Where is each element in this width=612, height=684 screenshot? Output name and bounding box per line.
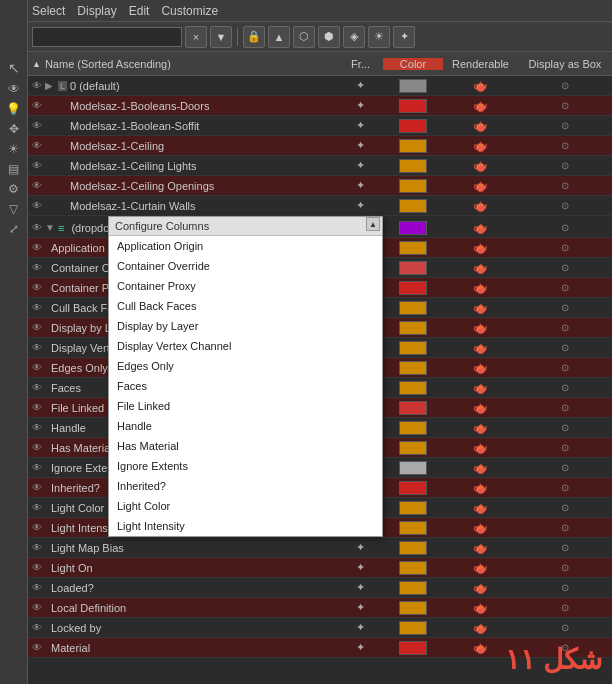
search-input[interactable] [32,27,182,47]
row-color[interactable] [383,179,443,193]
row-display-box[interactable]: ⊙ [518,542,612,553]
table-row[interactable]: 👁 Locked by ✦ 🫖 ⊙ [28,618,612,638]
row-color[interactable] [383,461,443,475]
row-renderable[interactable]: 🫖 [443,401,518,415]
eye-icon[interactable]: 👁 [32,582,42,593]
row-display-box[interactable]: ⊙ [518,120,612,131]
row-display-box[interactable]: ⊙ [518,482,612,493]
row-display-box[interactable]: ⊙ [518,402,612,413]
row-display-box[interactable]: ⊙ [518,362,612,373]
eye-icon[interactable]: 👁 [32,80,42,91]
row-color[interactable] [383,99,443,113]
move-icon[interactable]: ⤢ [9,222,19,236]
eye-icon[interactable]: 👁 [32,442,42,453]
eye-icon[interactable]: 👁 [32,422,42,433]
dropdown-item-app-origin[interactable]: Application Origin [109,236,382,256]
sun-icon[interactable]: ☀ [8,142,19,156]
row-renderable[interactable]: 🫖 [443,581,518,595]
menu-edit[interactable]: Edit [129,4,150,18]
dropdown-item-file-linked[interactable]: File Linked [109,396,382,416]
row-display-box[interactable]: ⊙ [518,322,612,333]
dropdown-item-has-material[interactable]: Has Material [109,436,382,456]
cursor-icon[interactable]: ✥ [9,122,19,136]
row-color[interactable] [383,321,443,335]
header-name[interactable]: ▲ Name (Sorted Ascending) [28,58,338,70]
row-renderable[interactable]: 🫖 [443,221,518,235]
row-renderable[interactable]: 🫖 [443,139,518,153]
row-renderable[interactable]: 🫖 [443,461,518,475]
row-renderable[interactable]: 🫖 [443,179,518,193]
dropdown-item-display-by-layer[interactable]: Display by Layer [109,316,382,336]
row-color[interactable] [383,601,443,615]
row-display-box[interactable]: ⊙ [518,462,612,473]
eye-icon[interactable]: 👁 [32,522,42,533]
row-renderable[interactable]: 🫖 [443,99,518,113]
table-row[interactable]: 👁 Modelsaz-1-Curtain Walls ✦ 🫖 ⊙ [28,196,612,216]
row-renderable[interactable]: 🫖 [443,321,518,335]
header-color[interactable]: Color [383,58,443,70]
row-color[interactable] [383,119,443,133]
row-renderable[interactable]: 🫖 [443,421,518,435]
eye-panel-icon[interactable]: 👁 [8,82,20,96]
table-row[interactable]: 👁 Modelsaz-1-Ceiling ✦ 🫖 ⊙ [28,136,612,156]
row-display-box[interactable]: ⊙ [518,80,612,91]
eye-icon[interactable]: 👁 [32,100,42,111]
row-renderable[interactable]: 🫖 [443,361,518,375]
row-renderable[interactable]: 🫖 [443,281,518,295]
row-color[interactable] [383,139,443,153]
eye-icon[interactable]: 👁 [32,200,42,211]
row-renderable[interactable]: 🫖 [443,621,518,635]
row-color[interactable] [383,159,443,173]
eye-icon[interactable]: 👁 [32,362,42,373]
row-display-box[interactable]: ⊙ [518,160,612,171]
eye-icon[interactable]: 👁 [32,180,42,191]
row-renderable[interactable]: 🫖 [443,241,518,255]
table-row[interactable]: 👁 Modelsaz-1-Boolean-Soffit ✦ 🫖 ⊙ [28,116,612,136]
hex-button[interactable]: ⬡ [293,26,315,48]
row-display-box[interactable]: ⊙ [518,100,612,111]
row-color[interactable] [383,281,443,295]
row-renderable[interactable]: 🫖 [443,79,518,93]
row-color[interactable] [383,199,443,213]
row-color[interactable] [383,241,443,255]
row-display-box[interactable]: ⊙ [518,602,612,613]
row-color[interactable] [383,401,443,415]
row-display-box[interactable]: ⊙ [518,262,612,273]
row-renderable[interactable]: 🫖 [443,381,518,395]
row-color[interactable] [383,361,443,375]
row-renderable[interactable]: 🫖 [443,119,518,133]
row-display-box[interactable]: ⊙ [518,502,612,513]
row-display-box[interactable]: ⊙ [518,622,612,633]
up-button[interactable]: ▲ [268,26,290,48]
row-renderable[interactable]: 🫖 [443,601,518,615]
row-color[interactable] [383,541,443,555]
header-renderable[interactable]: Renderable [443,58,518,70]
table-row[interactable]: 👁 Modelsaz-1-Booleans-Doors ✦ 🫖 ⊙ [28,96,612,116]
eye-icon[interactable]: 👁 [32,282,42,293]
row-display-box[interactable]: ⊙ [518,200,612,211]
header-fr[interactable]: Fr... [338,58,383,70]
row-color[interactable] [383,581,443,595]
row-color[interactable] [383,441,443,455]
sun2-button[interactable]: ☀ [368,26,390,48]
layers-icon[interactable]: ▤ [8,162,19,176]
row-display-box[interactable]: ⊙ [518,342,612,353]
eye-icon[interactable]: 👁 [32,562,42,573]
table-row[interactable]: 👁 Light On ✦ 🫖 ⊙ [28,558,612,578]
row-color[interactable] [383,641,443,655]
row-renderable[interactable]: 🫖 [443,159,518,173]
bulb-icon[interactable]: 💡 [6,102,21,116]
row-display-box[interactable]: ⊙ [518,242,612,253]
dropdown-item-container-override[interactable]: Container Override [109,256,382,276]
row-renderable[interactable]: 🫖 [443,541,518,555]
eye-icon[interactable]: 👁 [32,462,42,473]
row-renderable[interactable]: 🫖 [443,481,518,495]
row-display-box[interactable]: ⊙ [518,302,612,313]
table-row[interactable]: 👁 Local Definition ✦ 🫖 ⊙ [28,598,612,618]
row-color[interactable] [383,221,443,235]
table-row[interactable]: 👁 ▶ L 0 (default) ✦ 🫖 ⊙ [28,76,612,96]
star-button[interactable]: ✦ [393,26,415,48]
header-display-box[interactable]: Display as Box [518,58,612,70]
eye-icon[interactable]: 👁 [32,622,42,633]
row-display-box[interactable]: ⊙ [518,222,612,233]
